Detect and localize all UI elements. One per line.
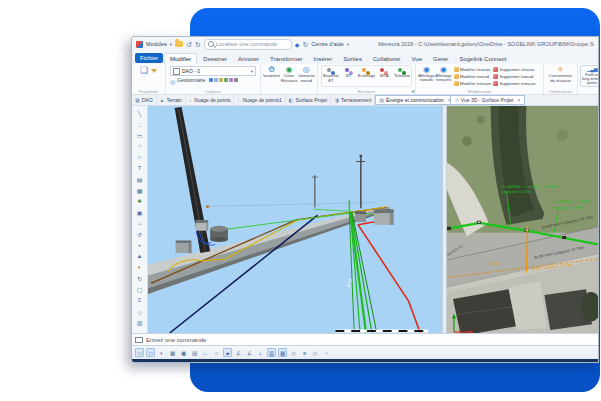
draw-tool-icon[interactable]: ∴ <box>134 119 145 129</box>
3d-viewport[interactable]: Ø 63 <box>148 106 442 333</box>
aerial-viewport[interactable]: 5 x Ø42N5 + 1 x Ø60 + 2 x Ø60 Longueur 5… <box>447 106 598 333</box>
chevron-down-icon[interactable]: ▾ <box>170 42 172 47</box>
open-folder-icon[interactable] <box>175 41 183 47</box>
draw-tool-icon[interactable]: ▲ <box>134 251 145 261</box>
view-tab-icon: ∴ <box>189 97 192 103</box>
help-center-menu[interactable]: Centre d'aide <box>311 41 344 47</box>
modify-button[interactable]: Modifier réseau <box>454 66 491 72</box>
modules-menu[interactable]: Modules <box>146 41 167 47</box>
properties-icon[interactable]: ❏ <box>140 65 148 87</box>
ribbon-tab[interactable]: Vue <box>407 54 427 64</box>
view-tab[interactable]: ▲ Terrain <box>157 95 186 105</box>
ribbon-tab[interactable]: Fichier <box>135 53 163 63</box>
sync-icon[interactable]: ◆ <box>295 41 300 48</box>
view-tab[interactable]: ▧ Énergie et communication <box>375 95 454 105</box>
ribbon-group-profils: ▁▃▅ Profil en long entre 2 points ▁▃▅ Pr… <box>578 64 598 94</box>
draw-tool-icon[interactable]: ▭ <box>134 130 145 140</box>
conduit-annotation: 5 x Ø42N5 + 1 x Ø60 + 2 x Ø60 <box>502 184 559 189</box>
draw-tool-icon[interactable]: ≡ <box>134 295 145 305</box>
display-toggle-button[interactable]: ◉ Affichage tronçons <box>435 65 452 87</box>
ribbon-tab[interactable]: Insérer <box>309 54 338 64</box>
status-toggle-icon[interactable]: ▤ <box>190 348 199 357</box>
draw-tool-icon[interactable]: ╲ <box>134 108 145 118</box>
layer-tool-icons[interactable] <box>209 78 238 82</box>
network-label: Telecom <box>394 74 410 79</box>
network-type-button[interactable]: Telecom <box>393 66 411 86</box>
draw-tool-icon[interactable]: ▣ <box>134 207 145 217</box>
filter-icon[interactable] <box>151 69 157 73</box>
ribbon-big-button[interactable]: ◎ Connecter noeud <box>298 65 315 87</box>
status-toggle-icon[interactable]: ◐ <box>157 348 166 357</box>
crossings-button[interactable]: ✳ Croisements de réseaux <box>546 65 575 87</box>
draw-tool-icon[interactable]: ▦ <box>134 185 145 195</box>
modify-button[interactable]: Modifier tronçon <box>454 80 491 86</box>
network-type-button[interactable]: MTA <box>375 66 393 86</box>
draw-tool-icon[interactable]: T <box>134 163 145 173</box>
ribbon-tab[interactable]: Transformer <box>265 54 307 64</box>
redo-icon[interactable]: ↻ <box>195 41 201 48</box>
command-search-box[interactable]: Localiser une commande <box>204 39 292 50</box>
draw-tool-icon[interactable]: ∩ <box>134 152 145 162</box>
draw-tool-icon[interactable]: ▥ <box>134 317 145 327</box>
dialog-launcher-icon[interactable]: ◢ <box>411 88 414 93</box>
ribbon-tab[interactable]: Sorties <box>338 54 367 64</box>
draw-tool-icon[interactable]: ▢ <box>134 284 145 294</box>
status-toggle-icon[interactable]: ▰ <box>223 348 232 357</box>
status-toggle-icon[interactable]: ▭ <box>146 348 155 357</box>
draw-tool-icon[interactable]: ▤ <box>134 174 145 184</box>
ribbon-tab[interactable]: Gérer <box>428 54 453 64</box>
draw-tool-icon[interactable]: + <box>134 240 145 250</box>
status-toggle-icon[interactable]: ◇ <box>289 348 298 357</box>
network-type-button[interactable]: Eclairage <box>358 66 376 86</box>
ribbon-tab[interactable]: Annoter <box>233 54 264 64</box>
status-toggle-icon[interactable]: ⊥ <box>256 348 265 357</box>
status-toggle-icon[interactable]: ∟ <box>201 348 210 357</box>
status-toggle-icon[interactable]: ▣ <box>179 348 188 357</box>
chevron-down-icon[interactable]: ▾ <box>347 42 349 47</box>
diameter-label: Ø 50 <box>491 261 500 266</box>
ribbon-tab[interactable]: Modifier <box>164 53 197 64</box>
delete-button[interactable]: Supprimer tronçon <box>493 80 535 86</box>
status-toggle-icon[interactable]: ▥ <box>267 348 276 357</box>
view-tab-icon: ▧ <box>379 97 384 103</box>
status-toggle-icon[interactable]: ∠ <box>245 348 254 357</box>
draw-tool-icon[interactable]: ⌂ <box>134 218 145 228</box>
draw-tool-icon[interactable]: ◇ <box>134 306 145 316</box>
status-toggle-icon[interactable]: ≡ <box>300 348 309 357</box>
network-type-button[interactable]: BT <box>340 66 358 86</box>
view-tab[interactable]: ◨ Terrassement <box>331 95 375 105</box>
status-toggle-icon[interactable]: ▷ <box>311 348 320 357</box>
network-type-button[interactable]: Branche ET <box>322 66 340 86</box>
view-tab[interactable]: ∴ Nuage de points1 <box>234 95 285 105</box>
ribbon-big-button[interactable]: ⚙ Paramétrer <box>263 65 280 87</box>
status-toggle-icon[interactable]: ▭ <box>135 348 144 357</box>
ribbon-tab[interactable]: Sogelink Connect <box>454 54 511 64</box>
command-line[interactable]: Entrez une commande <box>132 333 598 345</box>
view-tab-3d[interactable]: ◇ Vue 3D - Surface Projet <box>450 95 525 105</box>
draw-tool-icon[interactable]: ♣ <box>134 196 145 206</box>
help-refresh-icon[interactable]: ↻ <box>302 41 308 48</box>
status-toggle-icon[interactable]: ○ <box>212 348 221 357</box>
status-toggle-icon[interactable]: ▦ <box>168 348 177 357</box>
ribbon-tab[interactable]: Dessiner <box>198 54 232 64</box>
layer-combo[interactable]: DAO - 0 ▾ <box>170 66 256 76</box>
status-toggle-icon[interactable]: ∠ <box>234 348 243 357</box>
undo-icon[interactable]: ↺ <box>186 41 192 48</box>
status-toggle-icon[interactable]: ▫ <box>322 348 331 357</box>
draw-tool-icon[interactable]: ○ <box>134 141 145 151</box>
modify-button[interactable]: Modifier noeud <box>454 73 491 79</box>
view-tab[interactable]: ◧ Surface Projet <box>286 95 331 105</box>
delete-button[interactable]: Supprimer réseau <box>493 66 535 72</box>
display-toggle-button[interactable]: ◉ Affichage noeuds <box>418 65 435 87</box>
view-tab[interactable]: ∴ Nuage de points <box>186 95 235 105</box>
status-toggle-icon[interactable]: ▦ <box>278 348 287 357</box>
draw-tool-icon[interactable]: ↻ <box>134 273 145 283</box>
view-tab[interactable]: ▦ DAO <box>132 95 157 105</box>
ribbon-big-button[interactable]: ◉ Créer Réseaux <box>280 65 297 87</box>
profile-button[interactable]: ▁▃▅ Profil en long entre 2 points <box>580 65 598 87</box>
layer-manager-button[interactable]: ◎ Gestionnaire <box>168 77 258 83</box>
draw-tool-icon[interactable]: ↺ <box>134 229 145 239</box>
draw-tool-icon[interactable]: ◐ <box>134 262 145 272</box>
delete-button[interactable]: Supprimer noeud <box>493 73 535 79</box>
ribbon-tab[interactable]: Collaborer <box>368 54 406 64</box>
